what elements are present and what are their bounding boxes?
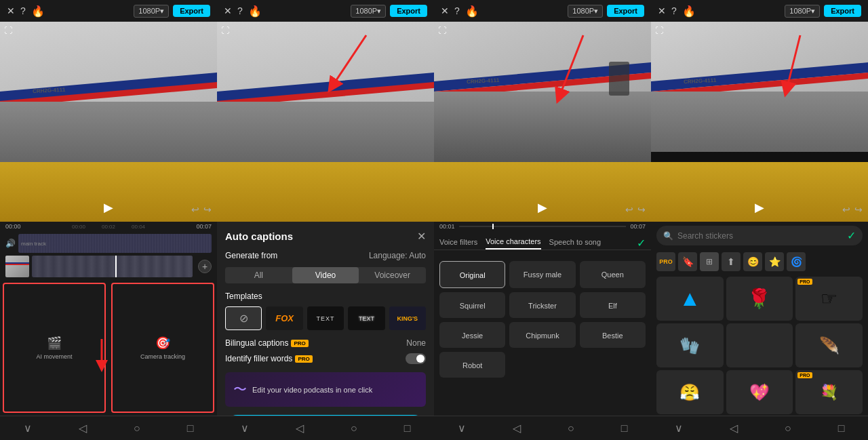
video-thumbnail-1[interactable] xyxy=(5,256,29,277)
close-button-1[interactable]: ✕ xyxy=(7,5,15,16)
resolution-1[interactable]: 1080P▾ xyxy=(134,5,169,18)
voice-fussy-male[interactable]: Fussy male xyxy=(509,261,575,288)
template-outline[interactable]: TEXT xyxy=(348,306,384,330)
language-value[interactable]: Language: Auto xyxy=(369,251,426,260)
nav-down-2[interactable]: ∨ xyxy=(241,422,249,435)
search-icon-4: 🔍 xyxy=(663,231,673,241)
resolution-3[interactable]: 1080P▾ xyxy=(568,5,603,18)
voice-elf[interactable]: Elf xyxy=(580,292,646,318)
category-upload[interactable]: ⬆ xyxy=(722,252,741,271)
resolution-2[interactable]: 1080P▾ xyxy=(351,5,386,18)
play-button-3[interactable]: ▶ xyxy=(538,200,547,215)
audio-clip-1[interactable]: main track xyxy=(18,234,212,253)
undo-icon-4[interactable]: ↩ xyxy=(842,204,850,215)
template-fox[interactable]: FOX xyxy=(266,306,302,330)
sticker-search-input[interactable] xyxy=(677,231,843,241)
voice-chipmunk[interactable]: Chipmunk xyxy=(509,322,575,348)
expand-icon-4[interactable]: ⛶ xyxy=(655,26,663,35)
ai-movement-tool[interactable]: 🎬 AI movement xyxy=(3,283,106,413)
source-tab-group: All Video Voiceover xyxy=(225,267,426,283)
play-button-1[interactable]: ▶ xyxy=(104,200,113,215)
nav-home-1[interactable]: ○ xyxy=(134,422,140,435)
template-kings[interactable]: KING'S xyxy=(389,306,426,330)
nav-down-4[interactable]: ∨ xyxy=(675,422,683,435)
sticker-empty1[interactable] xyxy=(726,323,793,367)
close-button-2[interactable]: ✕ xyxy=(224,5,232,16)
category-emoji[interactable]: 😊 xyxy=(743,252,762,271)
redo-icon-3[interactable]: ↪ xyxy=(637,204,646,215)
sticker-hand[interactable]: PRO ☞ xyxy=(795,277,863,321)
voice-jessie[interactable]: Jessie xyxy=(439,322,505,348)
export-button-4[interactable]: Export xyxy=(824,5,861,17)
category-boxes[interactable]: ⊞ xyxy=(700,252,719,271)
help-button-1[interactable]: ? xyxy=(20,5,26,16)
undo-icon-3[interactable]: ↩ xyxy=(625,204,633,215)
sticker-face[interactable]: 😤 xyxy=(656,370,724,414)
expand-icon-1[interactable]: ⛶ xyxy=(4,26,12,35)
tab-video[interactable]: Video xyxy=(292,267,359,283)
play-button-4[interactable]: ▶ xyxy=(755,200,764,215)
export-button-1[interactable]: Export xyxy=(173,5,210,17)
nav-home-2[interactable]: ○ xyxy=(351,422,357,435)
voice-panel: Voice filters Voice characters Speech to… xyxy=(434,231,651,416)
expand-icon-3[interactable]: ⛶ xyxy=(438,26,446,35)
tab-all[interactable]: All xyxy=(225,267,292,283)
nav-square-2[interactable]: □ xyxy=(404,422,411,435)
camera-tracking-tool[interactable]: 🎯 Camera tracking xyxy=(111,283,214,413)
category-star[interactable]: ⭐ xyxy=(765,252,784,271)
bilingual-value[interactable]: None xyxy=(406,338,426,348)
nav-home-3[interactable]: ○ xyxy=(568,422,574,435)
voice-original[interactable]: Original xyxy=(439,261,505,288)
check-icon-3[interactable]: ✓ xyxy=(637,237,646,249)
redo-icon-1[interactable]: ↪ xyxy=(203,204,212,215)
voice-robot[interactable]: Robot xyxy=(439,352,505,378)
voice-filters-tab[interactable]: Voice filters xyxy=(439,237,477,249)
close-button-4[interactable]: ✕ xyxy=(658,5,666,16)
sticker-glove[interactable]: 🧤 xyxy=(656,323,724,367)
nav-home-4[interactable]: ○ xyxy=(785,422,791,435)
export-button-3[interactable]: Export xyxy=(607,5,644,17)
nav-down-3[interactable]: ∨ xyxy=(458,422,466,435)
filler-toggle[interactable] xyxy=(406,353,426,364)
nav-square-1[interactable]: □ xyxy=(187,422,194,435)
nav-back-2[interactable]: ◁ xyxy=(296,422,304,435)
redo-icon-4[interactable]: ↪ xyxy=(854,204,863,215)
template-none[interactable]: ⊘ xyxy=(225,306,262,330)
nav-back-3[interactable]: ◁ xyxy=(513,422,521,435)
filler-label: Identify filler words PRO xyxy=(225,354,313,363)
topbar-2: ✕ ? 🔥 1080P▾ Export xyxy=(217,0,434,22)
template-dark[interactable]: TEXT xyxy=(307,306,344,330)
tab-voiceover[interactable]: Voiceover xyxy=(359,267,426,283)
expand-icon-2[interactable]: ⛶ xyxy=(221,26,229,35)
voice-queen[interactable]: Queen xyxy=(580,261,646,288)
sticker-cursor[interactable]: ▲ xyxy=(656,277,724,321)
category-pro[interactable]: PRO xyxy=(656,252,675,271)
help-button-3[interactable]: ? xyxy=(454,5,460,16)
nav-back-1[interactable]: ◁ xyxy=(79,422,87,435)
voice-bestie[interactable]: Bestie xyxy=(580,322,646,348)
close-button-3[interactable]: ✕ xyxy=(441,5,449,16)
add-clip-button-1[interactable]: + xyxy=(198,260,212,273)
help-button-2[interactable]: ? xyxy=(237,5,243,16)
sticker-flowers[interactable]: PRO 💐 xyxy=(795,370,863,414)
undo-icon-1[interactable]: ↩ xyxy=(191,204,199,215)
sticker-confirm-icon[interactable]: ✓ xyxy=(847,229,856,242)
category-bookmark[interactable]: 🔖 xyxy=(678,252,697,271)
sticker-rose[interactable]: 🌹 xyxy=(726,277,793,321)
speech-to-song-tab[interactable]: Speech to song xyxy=(549,237,601,249)
modal-close-button[interactable]: ✕ xyxy=(417,230,426,243)
nav-square-4[interactable]: □ xyxy=(838,422,845,435)
nav-back-4[interactable]: ◁ xyxy=(730,422,738,435)
nav-down-1[interactable]: ∨ xyxy=(24,422,32,435)
video-clip-1[interactable] xyxy=(32,256,193,277)
sticker-heart[interactable]: 💖 xyxy=(726,370,793,414)
export-button-2[interactable]: Export xyxy=(390,5,427,17)
category-special[interactable]: 🌀 xyxy=(787,252,806,271)
voice-trickster[interactable]: Trickster xyxy=(509,292,575,318)
voice-squirrel[interactable]: Squirrel xyxy=(439,292,505,318)
resolution-4[interactable]: 1080P▾ xyxy=(785,5,820,18)
help-button-4[interactable]: ? xyxy=(671,5,677,16)
voice-characters-tab[interactable]: Voice characters xyxy=(486,237,540,249)
sticker-feather[interactable]: 🪶 xyxy=(795,323,863,367)
nav-square-3[interactable]: □ xyxy=(621,422,628,435)
